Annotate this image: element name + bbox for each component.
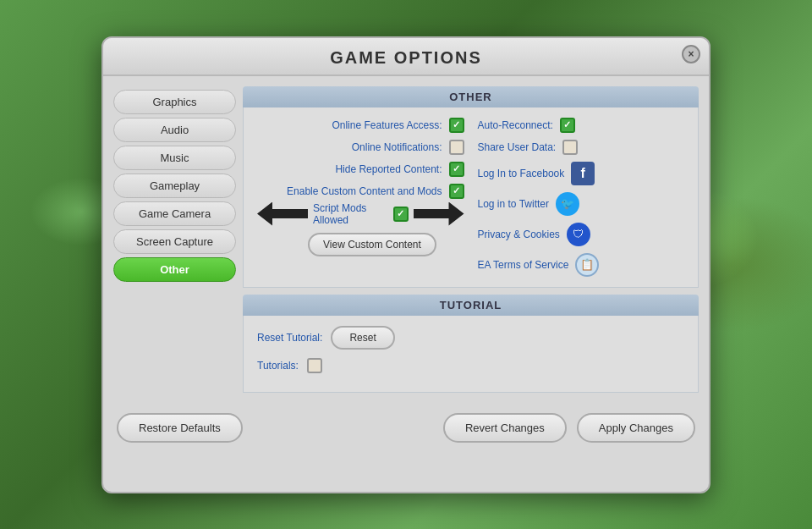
share-user-data-label: Share User Data: (478, 141, 557, 153)
tutorial-section: Tutorial Reset Tutorial: Reset Tutorials… (243, 295, 699, 393)
auto-reconnect-row: Auto-Reconnect: (478, 118, 685, 133)
left-options-col: Online Features Access: Online Notificat… (257, 118, 464, 277)
options-grid: Online Features Access: Online Notificat… (257, 118, 684, 277)
tos-row: EA Terms of Service 📋 (478, 253, 685, 277)
online-notifications-label: Online Notifications: (352, 141, 442, 153)
tutorials-row: Tutorials: (257, 358, 684, 373)
right-options-col: Auto-Reconnect: Share User Data: Log In … (478, 118, 685, 277)
online-features-label: Online Features Access: (332, 119, 442, 131)
sidebar-item-music[interactable]: Music (113, 146, 236, 170)
sidebar: Graphics Audio Music Gameplay Game Camer… (113, 86, 236, 393)
tutorials-label: Tutorials: (257, 360, 299, 372)
reset-tutorial-label: Reset Tutorial: (257, 332, 322, 344)
restore-defaults-button[interactable]: Restore Defaults (117, 413, 243, 443)
twitter-label: Log in to Twitter (478, 198, 550, 210)
facebook-button[interactable]: f (571, 162, 595, 185)
hide-reported-row: Hide Reported Content: (257, 162, 464, 177)
tutorial-section-body: Reset Tutorial: Reset Tutorials: (243, 316, 699, 393)
other-section-body: Online Features Access: Online Notificat… (243, 107, 699, 288)
facebook-row: Log In to Facebook f (478, 162, 685, 185)
online-features-checkbox[interactable] (449, 118, 464, 133)
twitter-button[interactable]: 🐦 (556, 192, 579, 216)
modal-dialog: Game Options × Graphics Audio Music Game… (102, 36, 710, 493)
tutorial-section-header: Tutorial (243, 295, 699, 316)
content-area: Other Online Features Access: (243, 86, 699, 393)
twitter-row: Log in to Twitter 🐦 (478, 192, 685, 216)
reset-tutorial-row: Reset Tutorial: Reset (257, 326, 684, 350)
bottom-bar: Restore Defaults Revert Changes Apply Ch… (103, 406, 709, 446)
sidebar-item-game-camera[interactable]: Game Camera (113, 201, 236, 226)
privacy-label: Privacy & Cookies (478, 229, 560, 240)
sidebar-item-audio[interactable]: Audio (113, 118, 236, 142)
script-mods-checkbox[interactable] (393, 207, 409, 222)
facebook-label: Log In to Facebook (478, 168, 565, 179)
arrow-right-icon (414, 202, 464, 226)
online-notifications-row: Online Notifications: (257, 140, 464, 155)
arrow-left-icon (257, 202, 308, 226)
share-user-data-row: Share User Data: (478, 140, 685, 155)
modal-body: Graphics Audio Music Gameplay Game Camer… (103, 76, 709, 403)
script-mods-row: Script Mods Allowed (257, 202, 464, 226)
tos-button[interactable]: 📋 (575, 253, 599, 277)
auto-reconnect-label: Auto-Reconnect: (478, 119, 553, 131)
reset-tutorial-button[interactable]: Reset (331, 326, 394, 350)
hide-reported-checkbox[interactable] (449, 162, 464, 177)
modal-title-bar: Game Options × (103, 38, 709, 76)
tutorials-checkbox[interactable] (307, 358, 322, 373)
privacy-button[interactable]: 🛡 (567, 223, 590, 246)
script-mods-label: Script Mods Allowed (313, 202, 388, 226)
apply-changes-button[interactable]: Apply Changes (577, 413, 695, 443)
enable-custom-label: Enable Custom Content and Mods (287, 185, 442, 197)
hide-reported-label: Hide Reported Content: (335, 163, 442, 175)
modal-overlay: Game Options × Graphics Audio Music Game… (0, 0, 812, 529)
auto-reconnect-checkbox[interactable] (560, 118, 575, 133)
sidebar-item-screen-capture[interactable]: Screen Capture (113, 229, 236, 254)
sidebar-item-other[interactable]: Other (113, 257, 236, 282)
enable-custom-row: Enable Custom Content and Mods (257, 184, 464, 199)
sidebar-item-graphics[interactable]: Graphics (113, 90, 236, 114)
online-notifications-checkbox[interactable] (449, 140, 464, 155)
other-section-header: Other (243, 86, 699, 107)
revert-changes-button[interactable]: Revert Changes (443, 413, 567, 443)
share-user-data-checkbox[interactable] (562, 140, 578, 155)
tos-label: EA Terms of Service (478, 259, 569, 271)
enable-custom-checkbox[interactable] (449, 184, 464, 199)
right-buttons: Revert Changes Apply Changes (443, 413, 695, 443)
view-custom-content-button[interactable]: View Custom Content (308, 233, 436, 256)
online-features-row: Online Features Access: (257, 118, 464, 133)
privacy-row: Privacy & Cookies 🛡 (478, 223, 685, 246)
close-button[interactable]: × (682, 45, 700, 63)
sidebar-item-gameplay[interactable]: Gameplay (113, 174, 236, 198)
modal-title: Game Options (330, 48, 482, 67)
